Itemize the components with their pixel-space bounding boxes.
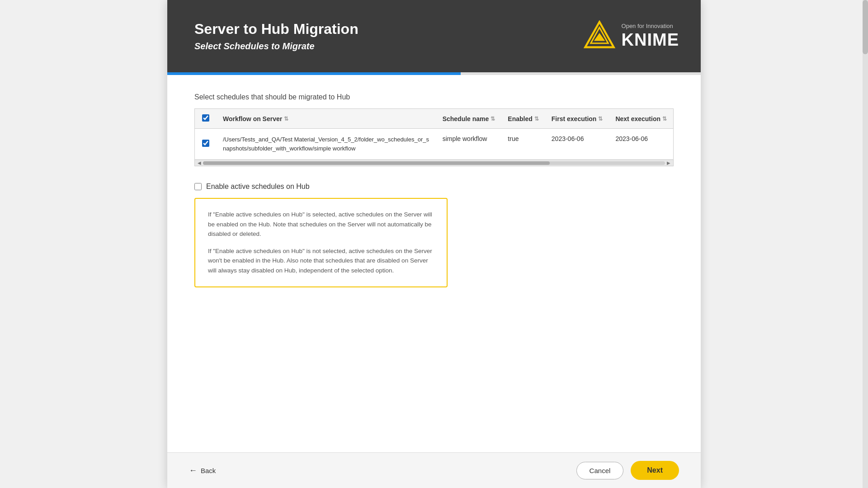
row-first-execution: 2023-06-06	[545, 129, 609, 160]
row-enabled: true	[501, 129, 545, 160]
scroll-right-arrow[interactable]: ▶	[665, 160, 672, 165]
info-para-2: If "Enable active schedules on Hub" is n…	[208, 246, 434, 276]
sort-icon-schedule: ⇅	[491, 116, 495, 122]
progress-bar-area	[167, 72, 701, 75]
next-button[interactable]: Next	[631, 461, 679, 480]
logo-name: KNIME	[622, 30, 679, 50]
back-button[interactable]: ← Back	[189, 466, 216, 475]
schedules-table: Workflow on Server ⇅ Schedule name ⇅	[195, 109, 673, 160]
sort-icon-enabled: ⇅	[534, 116, 539, 122]
page-scrollbar-thumb	[863, 0, 868, 54]
header-logo: Open for Innovation KNIME	[584, 20, 679, 52]
header-next-execution[interactable]: Next execution ⇅	[609, 109, 673, 129]
enable-section: Enable active schedules on Hub If "Enabl…	[194, 183, 674, 287]
knime-logo-icon	[584, 20, 615, 52]
sort-icon-next-exec: ⇅	[662, 116, 667, 122]
scroll-left-arrow[interactable]: ◀	[196, 160, 203, 165]
table-row: /Users/Tests_and_QA/Test Material_Versio…	[195, 129, 673, 160]
row-next-execution: 2023-06-06	[609, 129, 673, 160]
header-enabled[interactable]: Enabled ⇅	[501, 109, 545, 129]
logo-tagline: Open for Innovation	[622, 23, 679, 29]
cancel-button[interactable]: Cancel	[576, 462, 624, 479]
row-checkbox[interactable]	[202, 140, 209, 147]
page-scrollbar[interactable]	[863, 0, 868, 488]
dialog-subtitle: Select Schedules to Migrate	[194, 41, 359, 52]
row-schedule-name: simple workflow	[436, 129, 502, 160]
enable-active-checkbox[interactable]	[194, 183, 202, 190]
enable-active-label[interactable]: Enable active schedules on Hub	[194, 183, 674, 191]
scrollbar-track[interactable]	[203, 161, 665, 165]
header-checkbox-col[interactable]	[195, 109, 217, 129]
header-first-execution[interactable]: First execution ⇅	[545, 109, 609, 129]
dialog-title: Server to Hub Migration	[194, 21, 359, 38]
sort-icon-workflow: ⇅	[284, 116, 288, 122]
main-content: Select schedules that should be migrated…	[167, 75, 701, 452]
dialog-footer: ← Back Cancel Next	[167, 452, 701, 488]
info-para-1: If "Enable active schedules on Hub" is s…	[208, 210, 434, 239]
row-checkbox-col[interactable]	[195, 129, 217, 160]
footer-right-buttons: Cancel Next	[576, 461, 679, 480]
dialog-header: Server to Hub Migration Select Schedules…	[167, 0, 701, 72]
back-arrow-icon: ←	[189, 466, 197, 475]
schedules-table-container: Workflow on Server ⇅ Schedule name ⇅	[194, 108, 674, 166]
section-label: Select schedules that should be migrated…	[194, 93, 674, 101]
scrollbar-thumb	[203, 161, 550, 165]
info-box: If "Enable active schedules on Hub" is s…	[194, 198, 448, 287]
header-schedule-name[interactable]: Schedule name ⇅	[436, 109, 502, 129]
back-label: Back	[201, 467, 216, 474]
sort-icon-first-exec: ⇅	[598, 116, 603, 122]
table-header-row: Workflow on Server ⇅ Schedule name ⇅	[195, 109, 673, 129]
logo-text: Open for Innovation KNIME	[622, 23, 679, 50]
header-left: Server to Hub Migration Select Schedules…	[194, 21, 359, 52]
select-all-checkbox[interactable]	[202, 114, 209, 122]
progress-fill	[167, 72, 461, 75]
dialog-container: Server to Hub Migration Select Schedules…	[167, 0, 701, 488]
header-workflow[interactable]: Workflow on Server ⇅	[217, 109, 436, 129]
horizontal-scrollbar[interactable]: ◀ ▶	[195, 160, 673, 166]
row-workflow-path: /Users/Tests_and_QA/Test Material_Versio…	[217, 129, 436, 160]
